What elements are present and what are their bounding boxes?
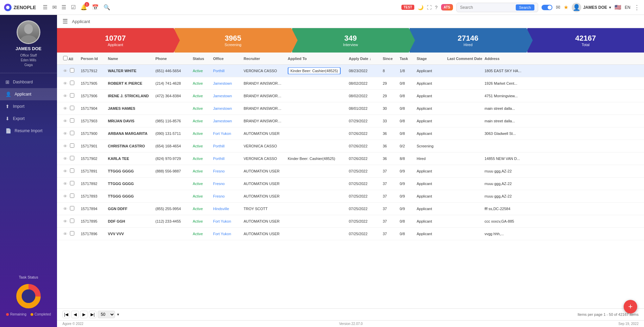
cell-status: Active bbox=[190, 130, 210, 137]
notification-icon[interactable]: 🔔1 bbox=[80, 4, 87, 11]
row-checkbox[interactable] bbox=[70, 181, 74, 185]
sidebar-item-export[interactable]: ⬇ Export bbox=[0, 113, 57, 125]
cell-last-comment bbox=[444, 145, 482, 147]
cell-office[interactable]: Fresno bbox=[210, 193, 241, 200]
ats-badge[interactable]: ATS bbox=[441, 4, 453, 11]
cell-office[interactable]: Fresno bbox=[210, 168, 241, 175]
col-all[interactable]: All bbox=[60, 55, 78, 62]
view-icon[interactable]: 👁 bbox=[63, 156, 68, 161]
select-all-checkbox[interactable] bbox=[63, 56, 68, 60]
hamburger-icon[interactable]: ☰ bbox=[43, 4, 48, 11]
menu-toggle-icon[interactable]: ☰ bbox=[62, 18, 68, 25]
cell-last-comment bbox=[444, 69, 482, 72]
table-row: 👁 15717900 ARBANA MARGARITA (090) 131-57… bbox=[57, 127, 644, 140]
cell-office[interactable]: Jamestown bbox=[210, 105, 241, 112]
cell-name: TTGGG GGGG bbox=[105, 168, 153, 175]
view-icon[interactable]: 👁 bbox=[63, 81, 68, 86]
cell-since: 37 bbox=[380, 205, 397, 212]
funnel-screening[interactable]: 3965 Screening bbox=[174, 28, 291, 53]
applied-job-box[interactable]: Kinder Beer: Cashier(48525) bbox=[288, 67, 341, 74]
view-icon[interactable]: 👁 bbox=[63, 181, 68, 186]
row-checkbox[interactable] bbox=[70, 219, 74, 223]
next-page-btn[interactable]: ▶ bbox=[80, 311, 88, 318]
cell-office[interactable]: Fort Yukon bbox=[210, 230, 241, 237]
cell-since: 30 bbox=[380, 105, 397, 112]
row-checkbox[interactable] bbox=[70, 118, 74, 123]
row-checkbox[interactable] bbox=[70, 81, 74, 85]
row-checkbox[interactable] bbox=[70, 68, 74, 73]
per-page: 50 25 100 ▾ bbox=[98, 311, 119, 318]
fab-add-button[interactable]: + bbox=[624, 300, 637, 313]
search-icon[interactable]: 🔍 bbox=[103, 4, 110, 11]
view-icon[interactable]: 👁 bbox=[63, 94, 68, 99]
export-icon: ⬇ bbox=[5, 116, 10, 121]
cell-phone: (855) 255-9954 bbox=[153, 205, 190, 212]
row-checkbox[interactable] bbox=[70, 93, 74, 98]
row-checkbox[interactable] bbox=[70, 106, 74, 110]
funnel-applicant[interactable]: 10707 Applicant bbox=[57, 28, 174, 53]
cell-office[interactable]: Porthill bbox=[210, 155, 241, 162]
view-icon[interactable]: 👁 bbox=[63, 106, 68, 111]
funnel-total[interactable]: 42167 Total bbox=[527, 28, 644, 53]
view-icon[interactable]: 👁 bbox=[63, 119, 68, 124]
row-checkbox[interactable] bbox=[70, 231, 74, 236]
view-icon[interactable]: 👁 bbox=[63, 144, 68, 149]
cell-office[interactable]: Jamestown bbox=[210, 93, 241, 99]
cell-phone: (472) 364-8384 bbox=[153, 93, 190, 99]
cell-name: IRENE J. STRICKLAND bbox=[105, 93, 153, 99]
view-icon[interactable]: 👁 bbox=[63, 131, 68, 136]
search-input[interactable] bbox=[460, 5, 514, 10]
prev-page-btn[interactable]: ◀ bbox=[71, 311, 79, 318]
row-checkbox[interactable] bbox=[70, 206, 74, 210]
language-flag[interactable]: 🇺🇸 bbox=[614, 4, 621, 11]
view-icon[interactable]: 👁 bbox=[63, 194, 68, 199]
sidebar-item-import[interactable]: ⬆ Import bbox=[0, 100, 57, 113]
svg-point-0 bbox=[6, 6, 10, 9]
cell-office[interactable]: Fort Yukon bbox=[210, 130, 241, 137]
view-icon[interactable]: 👁 bbox=[63, 206, 68, 211]
first-page-btn[interactable]: |◀ bbox=[62, 311, 70, 318]
cell-office[interactable]: Fort Yukon bbox=[210, 218, 241, 225]
row-checkbox[interactable] bbox=[70, 193, 74, 198]
app-logo[interactable]: ZENOPLE bbox=[4, 4, 36, 11]
help-icon[interactable]: ? bbox=[435, 5, 438, 10]
cell-stage: Applicant bbox=[414, 230, 444, 237]
cell-address: ccc xxxcv,GA-885 bbox=[482, 218, 529, 225]
list-icon[interactable]: ☰ bbox=[61, 4, 66, 11]
last-page-btn[interactable]: ▶| bbox=[89, 311, 96, 318]
cell-office[interactable]: Jamestown bbox=[210, 118, 241, 124]
calendar-icon[interactable]: 📅 bbox=[92, 4, 99, 11]
funnel-hired[interactable]: 27146 Hired bbox=[410, 28, 526, 53]
cell-office[interactable]: Fresno bbox=[210, 180, 241, 187]
row-checkbox[interactable] bbox=[70, 143, 74, 148]
user-info[interactable]: 👤 JAMES DOE ▾ bbox=[572, 3, 611, 12]
cell-office[interactable]: Hindsville bbox=[210, 205, 241, 212]
col-apply-date-header[interactable]: Apply Date ↓ bbox=[346, 55, 380, 62]
moon-icon[interactable]: 🌙 bbox=[418, 5, 423, 10]
star-icon[interactable]: ★ bbox=[564, 4, 568, 11]
cell-office[interactable]: Porthill bbox=[210, 67, 241, 74]
cell-office[interactable]: Porthill bbox=[210, 143, 241, 149]
sidebar-item-resume-import[interactable]: 📄 Resume Import bbox=[0, 125, 57, 137]
row-checkbox[interactable] bbox=[70, 168, 74, 173]
footer-copyright: Agore © 2022 bbox=[62, 322, 83, 326]
sidebar-item-applicant[interactable]: 👤 Applicant bbox=[0, 88, 57, 100]
toggle-switch[interactable] bbox=[542, 5, 552, 10]
message-icon[interactable]: ✉ bbox=[556, 4, 560, 11]
mail-icon[interactable]: ✉ bbox=[52, 4, 57, 11]
search-button[interactable]: Search bbox=[516, 4, 534, 11]
row-checkbox[interactable] bbox=[70, 131, 74, 135]
fullscreen-icon[interactable]: ⛶ bbox=[427, 5, 432, 10]
checkbox-icon[interactable]: ☑ bbox=[71, 4, 76, 11]
cell-office[interactable]: Jamestown bbox=[210, 80, 241, 87]
view-icon[interactable]: 👁 bbox=[63, 231, 68, 237]
svg-point-6 bbox=[22, 289, 35, 303]
per-page-select[interactable]: 50 25 100 bbox=[98, 311, 115, 318]
view-icon[interactable]: 👁 bbox=[63, 219, 68, 224]
menu-dots-icon[interactable]: ⋮ bbox=[634, 4, 640, 11]
view-icon[interactable]: 👁 bbox=[63, 68, 68, 74]
funnel-interview[interactable]: 349 Interview bbox=[292, 28, 409, 53]
row-checkbox[interactable] bbox=[70, 156, 74, 160]
sidebar-item-dashboard[interactable]: ⊞ Dashboard bbox=[0, 76, 57, 88]
view-icon[interactable]: 👁 bbox=[63, 169, 68, 174]
